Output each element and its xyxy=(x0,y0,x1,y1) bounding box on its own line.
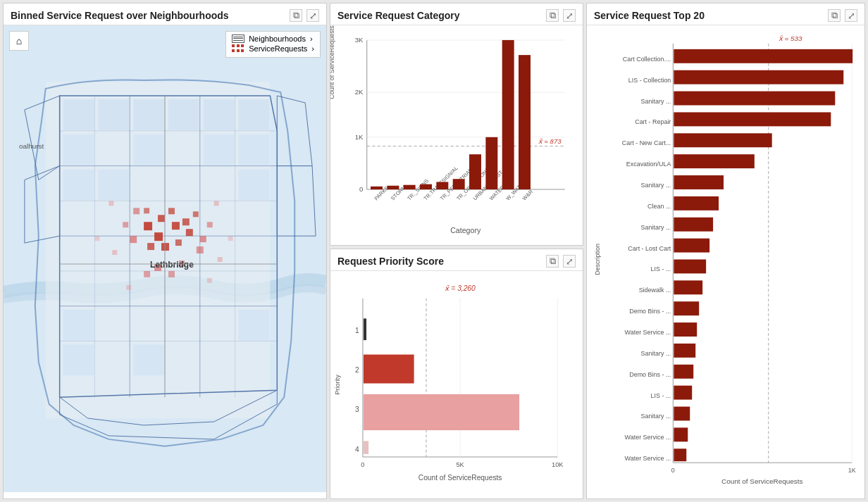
top20-chart-svg: x̄ = 533 0 1K Description xyxy=(590,28,862,489)
svg-text:Demo Bins - ...: Demo Bins - ... xyxy=(629,371,671,378)
middle-column: Service Request Category ⧉ ⤢ Count of Se… xyxy=(330,3,583,499)
svg-text:Sanitary ...: Sanitary ... xyxy=(641,413,671,420)
svg-text:Clean ...: Clean ... xyxy=(647,203,671,210)
svg-rect-37 xyxy=(214,201,219,206)
svg-rect-14 xyxy=(144,222,152,230)
priority-copy-icon[interactable]: ⧉ xyxy=(546,255,559,268)
svg-text:LIS - ...: LIS - ... xyxy=(651,392,671,399)
svg-rect-28 xyxy=(133,208,140,214)
svg-rect-58 xyxy=(239,310,270,341)
svg-rect-26 xyxy=(130,236,137,243)
svg-rect-59 xyxy=(63,344,94,375)
svg-rect-151 xyxy=(674,322,697,337)
svg-rect-39 xyxy=(218,257,223,262)
top20-panel-icons: ⧉ ⤢ xyxy=(828,9,857,22)
svg-rect-31 xyxy=(197,246,204,253)
map-copy-icon[interactable]: ⧉ xyxy=(290,9,302,22)
svg-text:Sanitary ...: Sanitary ... xyxy=(641,182,671,189)
svg-text:x̄ = 3,260: x̄ = 3,260 xyxy=(445,284,476,292)
svg-text:5K: 5K xyxy=(456,461,464,468)
priority-expand-icon[interactable]: ⤢ xyxy=(563,255,576,268)
map-expand-icon[interactable]: ⤢ xyxy=(306,9,319,22)
svg-rect-129 xyxy=(674,92,835,106)
svg-rect-45 xyxy=(98,99,129,130)
svg-text:Sidewalk ...: Sidewalk ... xyxy=(639,287,671,294)
map-panel-icons: ⧉ ⤢ xyxy=(290,9,319,22)
priority-panel: Request Priority Score ⧉ ⤢ x̄ = 3,260 xyxy=(330,249,583,499)
svg-rect-53 xyxy=(239,134,270,165)
svg-rect-35 xyxy=(144,271,150,277)
top20-panel: Service Request Top 20 ⧉ ⤢ x̄ = 533 0 xyxy=(586,3,865,499)
priority-panel-header: Request Priority Score ⧉ ⤢ xyxy=(330,249,583,271)
svg-rect-29 xyxy=(200,236,206,242)
svg-rect-147 xyxy=(674,280,702,294)
svg-text:Sanitary ...: Sanitary ... xyxy=(641,98,671,105)
svg-rect-24 xyxy=(147,243,154,250)
category-copy-icon[interactable]: ⧉ xyxy=(546,9,559,22)
svg-rect-15 xyxy=(158,215,165,222)
svg-text:Priority: Priority xyxy=(334,375,341,395)
svg-rect-149 xyxy=(674,301,699,315)
legend-neighbourhoods: Neighbourhoods › xyxy=(232,34,314,43)
svg-rect-49 xyxy=(239,99,270,130)
svg-rect-19 xyxy=(182,218,190,225)
legend-sr-arrow-icon[interactable]: › xyxy=(311,44,314,53)
svg-text:Water Service ...: Water Service ... xyxy=(625,329,671,336)
svg-rect-43 xyxy=(228,236,233,241)
svg-text:0: 0 xyxy=(671,467,675,474)
svg-rect-141 xyxy=(674,218,713,232)
svg-text:W&R: W&R xyxy=(521,189,535,202)
svg-text:LIS - Collection: LIS - Collection xyxy=(628,77,671,84)
map-svg: Lethbridge oalhurst xyxy=(4,25,326,492)
svg-rect-55 xyxy=(98,170,129,201)
svg-rect-111 xyxy=(364,318,366,340)
svg-rect-139 xyxy=(674,196,719,211)
svg-rect-145 xyxy=(674,259,706,273)
map-container: ⌂ Neighbourhoods › ServiceRequests xyxy=(4,25,326,492)
svg-text:Sanitary ...: Sanitary ... xyxy=(641,224,671,231)
svg-text:2: 2 xyxy=(355,366,359,374)
svg-text:10K: 10K xyxy=(552,461,564,468)
svg-rect-41 xyxy=(207,278,212,283)
map-home-button[interactable]: ⌂ xyxy=(9,31,29,51)
svg-text:4: 4 xyxy=(355,446,359,453)
svg-rect-113 xyxy=(364,394,519,430)
svg-text:1K: 1K xyxy=(355,133,364,141)
svg-rect-40 xyxy=(126,285,131,290)
svg-text:2K: 2K xyxy=(355,88,364,96)
svg-rect-161 xyxy=(674,427,688,441)
map-legend: Neighbourhoods › ServiceRequests › xyxy=(225,31,321,58)
svg-text:Description: Description xyxy=(594,244,601,275)
svg-rect-42 xyxy=(94,236,99,241)
svg-rect-112 xyxy=(364,355,414,384)
category-panel-icons: ⧉ ⤢ xyxy=(546,9,576,22)
svg-rect-84 xyxy=(436,182,448,189)
svg-rect-30 xyxy=(207,222,213,227)
top20-copy-icon[interactable]: ⧉ xyxy=(828,9,841,22)
legend-dots-icon xyxy=(232,44,244,53)
svg-rect-33 xyxy=(168,271,175,277)
svg-rect-18 xyxy=(168,208,175,214)
svg-rect-159 xyxy=(674,407,690,421)
top20-title: Service Request Top 20 xyxy=(594,10,705,21)
svg-text:Category: Category xyxy=(450,226,481,234)
svg-rect-90 xyxy=(485,137,497,189)
map-title: Binned Service Request over Neighbourhoo… xyxy=(11,10,229,21)
svg-rect-131 xyxy=(674,112,831,126)
top20-expand-icon[interactable]: ⤢ xyxy=(845,9,857,22)
svg-rect-155 xyxy=(674,365,693,379)
svg-rect-157 xyxy=(674,386,692,400)
svg-text:Cart - New Cart...: Cart - New Cart... xyxy=(622,139,671,146)
svg-text:Cart - Lost Cart: Cart - Lost Cart xyxy=(628,245,671,252)
legend-arrow-icon[interactable]: › xyxy=(310,34,313,43)
svg-rect-57 xyxy=(63,310,94,341)
svg-rect-22 xyxy=(175,239,182,246)
svg-rect-50 xyxy=(63,134,94,165)
svg-rect-52 xyxy=(204,134,235,165)
svg-rect-88 xyxy=(469,154,481,189)
legend-service-requests: ServiceRequests › xyxy=(232,44,314,53)
svg-rect-21 xyxy=(186,229,193,236)
svg-rect-46 xyxy=(133,99,164,130)
category-expand-icon[interactable]: ⤢ xyxy=(563,9,576,22)
svg-rect-114 xyxy=(364,441,368,453)
